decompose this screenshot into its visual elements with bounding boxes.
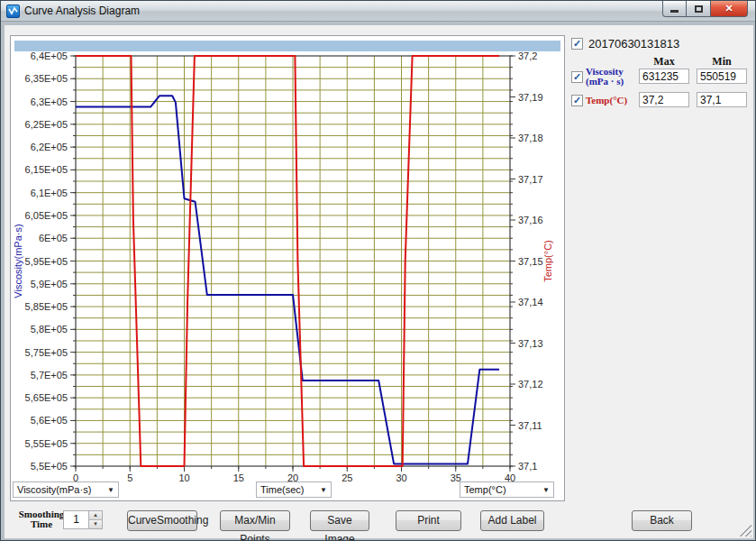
svg-text:10: 10 bbox=[178, 472, 189, 483]
svg-text:5,65E+05: 5,65E+05 bbox=[25, 392, 68, 403]
right-axis-selector-value: Temp(°C) bbox=[464, 484, 506, 495]
svg-text:5,8E+05: 5,8E+05 bbox=[31, 324, 68, 335]
svg-text:6,3E+05: 6,3E+05 bbox=[31, 96, 68, 107]
svg-text:37,15: 37,15 bbox=[518, 256, 543, 267]
right-axis-title: Temp(°C) bbox=[542, 240, 553, 282]
close-button[interactable]: ✕ bbox=[710, 1, 748, 17]
min-column-header: Min bbox=[697, 55, 747, 69]
chart-plot: 6,4E+056,35E+056,3E+056,25E+056,2E+056,1… bbox=[11, 36, 566, 502]
svg-text:5,5E+05: 5,5E+05 bbox=[31, 461, 68, 472]
left-axis-title: Viscosity(mPa·s) bbox=[13, 224, 23, 298]
viscosity-max-field[interactable] bbox=[639, 69, 689, 84]
stepper-buttons: ▲ ▼ bbox=[88, 511, 102, 528]
smoothing-time-label: Smoothing Time bbox=[15, 509, 68, 529]
client-area: 6,4E+056,35E+056,3E+056,25E+056,2E+056,1… bbox=[5, 25, 753, 538]
curve-glyph-icon bbox=[8, 6, 18, 16]
minimize-button[interactable] bbox=[662, 1, 687, 17]
svg-text:37,11: 37,11 bbox=[518, 420, 542, 431]
viscosity-checkbox[interactable]: ✓ bbox=[571, 71, 583, 83]
chevron-down-icon: ▼ bbox=[93, 521, 98, 527]
maximize-icon bbox=[695, 5, 703, 13]
svg-text:5,75E+05: 5,75E+05 bbox=[25, 347, 68, 358]
dataset-checkbox[interactable]: ✓ bbox=[571, 38, 583, 50]
back-button[interactable]: Back bbox=[632, 510, 692, 531]
left-axis-selector[interactable]: Viscosity(mPa·s) ▼ bbox=[13, 481, 119, 498]
chart-panel: 6,4E+056,35E+056,3E+056,25E+056,2E+056,1… bbox=[10, 35, 565, 501]
svg-text:6,35E+05: 6,35E+05 bbox=[25, 73, 68, 84]
viscosity-min-field[interactable] bbox=[697, 69, 747, 84]
left-axis-selector-value: Viscosity(mPa·s) bbox=[17, 484, 91, 495]
svg-text:37,13: 37,13 bbox=[518, 338, 543, 349]
svg-text:6,2E+05: 6,2E+05 bbox=[31, 142, 68, 152]
svg-text:6,4E+05: 6,4E+05 bbox=[31, 50, 68, 61]
svg-text:37,17: 37,17 bbox=[518, 174, 543, 185]
svg-text:37,18: 37,18 bbox=[518, 133, 543, 143]
max-column-header: Max bbox=[639, 55, 689, 69]
app-window: Curve Analysis Diagram ✕ 6,4E+056,35E+05… bbox=[0, 0, 756, 541]
curve-smoothing-button[interactable]: CurveSmoothing bbox=[127, 510, 197, 531]
viscosity-row-label: Viscosity (mPa · s) bbox=[586, 67, 624, 87]
svg-text:30: 30 bbox=[396, 472, 406, 483]
x-axis-selector-value: Time(sec) bbox=[260, 484, 304, 495]
svg-text:37,1: 37,1 bbox=[518, 461, 537, 472]
add-label-button[interactable]: Add Label bbox=[480, 510, 544, 531]
temp-checkbox[interactable]: ✓ bbox=[571, 95, 583, 106]
svg-text:5,85E+05: 5,85E+05 bbox=[25, 301, 68, 312]
dataset-label: 20170630131813 bbox=[588, 37, 679, 50]
chevron-up-icon: ▲ bbox=[93, 512, 98, 518]
save-image-button[interactable]: Save Image bbox=[310, 510, 369, 531]
svg-text:5,9E+05: 5,9E+05 bbox=[31, 279, 68, 289]
minimize-icon bbox=[670, 10, 679, 13]
svg-text:5,7E+05: 5,7E+05 bbox=[31, 370, 68, 381]
right-axis-selector[interactable]: Temp(°C) ▼ bbox=[460, 481, 554, 498]
svg-text:5: 5 bbox=[127, 472, 132, 483]
app-icon bbox=[6, 5, 20, 18]
temp-row-label: Temp(°C) bbox=[586, 96, 627, 105]
window-titlebar[interactable]: Curve Analysis Diagram ✕ bbox=[1, 1, 755, 22]
svg-text:37,12: 37,12 bbox=[518, 379, 543, 390]
svg-text:15: 15 bbox=[233, 472, 244, 483]
resize-grip[interactable] bbox=[740, 525, 751, 536]
svg-text:6,15E+05: 6,15E+05 bbox=[25, 164, 68, 175]
svg-text:25: 25 bbox=[342, 472, 352, 483]
smoothing-time-value: 1 bbox=[64, 511, 88, 528]
svg-text:5,55E+05: 5,55E+05 bbox=[25, 438, 68, 449]
svg-text:6,25E+05: 6,25E+05 bbox=[25, 119, 68, 130]
svg-text:6E+05: 6E+05 bbox=[39, 233, 68, 243]
chevron-down-icon: ▼ bbox=[542, 486, 550, 494]
svg-text:37,16: 37,16 bbox=[518, 215, 543, 225]
maximize-button[interactable] bbox=[687, 1, 710, 17]
svg-text:6,1E+05: 6,1E+05 bbox=[31, 188, 68, 198]
svg-text:37,14: 37,14 bbox=[518, 297, 543, 307]
stepper-down-button[interactable]: ▼ bbox=[89, 520, 102, 528]
stepper-up-button[interactable]: ▲ bbox=[89, 511, 102, 520]
svg-text:5,95E+05: 5,95E+05 bbox=[25, 256, 68, 267]
window-title: Curve Analysis Diagram bbox=[24, 5, 140, 17]
window-controls: ✕ bbox=[662, 1, 748, 17]
print-button[interactable]: Print bbox=[396, 510, 461, 531]
smoothing-time-stepper[interactable]: 1 ▲ ▼ bbox=[63, 510, 103, 529]
svg-text:5,6E+05: 5,6E+05 bbox=[31, 415, 68, 426]
close-icon: ✕ bbox=[724, 3, 733, 14]
chevron-down-icon: ▼ bbox=[320, 486, 327, 494]
x-axis-selector[interactable]: Time(sec) ▼ bbox=[256, 481, 332, 498]
temp-min-field[interactable] bbox=[697, 92, 747, 107]
svg-text:6,05E+05: 6,05E+05 bbox=[25, 210, 68, 221]
max-min-points-button[interactable]: Max/Min Points bbox=[220, 510, 290, 531]
svg-text:37,19: 37,19 bbox=[518, 92, 543, 103]
svg-text:37,2: 37,2 bbox=[518, 50, 537, 61]
temp-max-field[interactable] bbox=[639, 92, 689, 107]
chevron-down-icon: ▼ bbox=[107, 486, 114, 494]
